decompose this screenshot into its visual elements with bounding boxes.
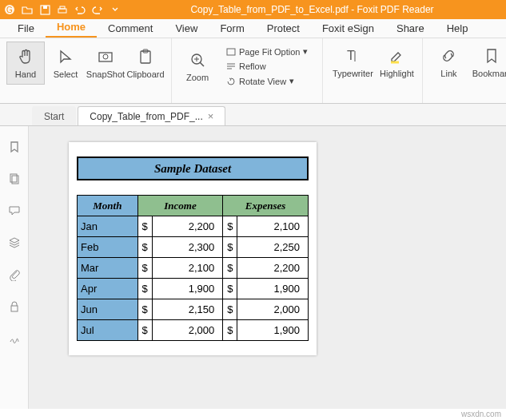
cell-income: 2,200 (152, 216, 223, 237)
menu-share[interactable]: Share (385, 19, 436, 38)
signature-panel-icon[interactable] (8, 332, 21, 345)
view-options: Page Fit Option ▾ Reflow Rotate View ▾ (218, 42, 316, 91)
cell-currency: $ (137, 279, 152, 299)
cell-expenses: 1,900 (237, 279, 309, 299)
svg-rect-14 (227, 49, 235, 55)
menu-file[interactable]: File (6, 19, 46, 38)
comments-panel-icon[interactable] (8, 204, 21, 217)
cell-month: Jan (78, 216, 138, 237)
svg-point-7 (103, 54, 108, 59)
cell-month: Mar (78, 258, 138, 279)
cell-currency: $ (223, 258, 237, 279)
zoom-label: Zoom (186, 73, 209, 82)
page-fit-icon (226, 48, 236, 56)
cell-currency: $ (223, 279, 237, 299)
select-icon (56, 47, 75, 66)
ribbon-group-tools: Hand Select SnapShot Clipboard (0, 38, 172, 103)
cell-currency: $ (137, 258, 152, 279)
menubar: File Home Comment View Form Protect Foxi… (0, 19, 506, 38)
zoom-button[interactable]: Zoom (178, 42, 217, 91)
workspace: Sample Dataset Month Income Expenses Jan… (0, 126, 506, 409)
print-icon[interactable] (56, 3, 69, 16)
undo-icon[interactable] (74, 3, 86, 16)
menu-view[interactable]: View (164, 19, 209, 38)
bookmark-button[interactable]: Bookmark (469, 42, 506, 83)
tab-start[interactable]: Start (32, 106, 76, 125)
col-expenses: Expenses (223, 196, 309, 216)
dataset-table: Month Income Expenses Jan$2,200$2,100Feb… (77, 195, 309, 341)
quick-access-toolbar: G (0, 3, 125, 16)
cell-income: 2,100 (152, 258, 223, 279)
link-button[interactable]: Link (429, 42, 468, 83)
clipboard-icon (136, 47, 155, 66)
select-label: Select (54, 69, 78, 79)
highlight-icon (387, 46, 406, 65)
layers-panel-icon[interactable] (8, 236, 21, 249)
rotate-icon (226, 77, 236, 85)
table-row: Jun$2,150$2,000 (78, 299, 309, 320)
col-income: Income (137, 196, 223, 216)
clipboard-label: Clipboard (126, 69, 164, 79)
cell-currency: $ (223, 237, 237, 258)
qat-dropdown-icon[interactable] (109, 3, 122, 16)
cell-month: Feb (78, 237, 138, 258)
save-icon[interactable] (38, 3, 51, 16)
table-header-row: Month Income Expenses (78, 196, 309, 216)
close-icon[interactable]: × (208, 110, 214, 122)
menu-form[interactable]: Form (209, 19, 255, 38)
clipboard-button[interactable]: Clipboard (126, 42, 165, 85)
col-month: Month (78, 196, 138, 216)
cell-expenses: 2,000 (237, 299, 309, 320)
redo-icon[interactable] (91, 3, 104, 16)
side-toolbar (0, 126, 29, 409)
page-area[interactable]: Sample Dataset Month Income Expenses Jan… (29, 126, 506, 409)
menu-help[interactable]: Help (436, 19, 480, 38)
snapshot-button[interactable]: SnapShot (86, 42, 125, 85)
cell-income: 2,000 (152, 320, 223, 341)
table-row: Jan$2,200$2,100 (78, 216, 309, 237)
hand-icon (16, 47, 35, 66)
reflow-option[interactable]: Reflow (223, 60, 311, 73)
menu-home[interactable]: Home (46, 18, 97, 38)
cell-income: 2,300 (152, 237, 223, 258)
cell-income: 1,900 (152, 279, 223, 299)
svg-text:T: T (347, 49, 355, 62)
highlight-button[interactable]: Highlight (377, 42, 416, 83)
open-icon[interactable] (21, 3, 34, 16)
tab-document[interactable]: Copy_Table_from_PDF_...× (78, 106, 225, 125)
cell-month: Jun (78, 299, 138, 320)
dataset-title: Sample Dataset (77, 157, 309, 180)
svg-rect-3 (43, 6, 47, 9)
menu-comment[interactable]: Comment (97, 19, 164, 38)
security-panel-icon[interactable] (8, 300, 21, 313)
page-fit-option[interactable]: Page Fit Option ▾ (223, 45, 311, 58)
select-tool-button[interactable]: Select (46, 42, 85, 85)
cell-currency: $ (223, 320, 237, 341)
rotate-view-option[interactable]: Rotate View ▾ (223, 74, 311, 88)
hand-label: Hand (15, 69, 36, 79)
cell-expenses: 2,100 (237, 216, 309, 237)
pages-panel-icon[interactable] (8, 172, 21, 185)
cell-month: Jul (78, 320, 138, 341)
cell-income: 2,150 (152, 299, 223, 320)
typewriter-button[interactable]: T Typewriter (329, 42, 376, 83)
highlight-label: Highlight (380, 69, 414, 78)
hand-tool-button[interactable]: Hand (6, 42, 45, 85)
svg-rect-20 (11, 306, 18, 311)
cell-expenses: 2,250 (237, 237, 309, 258)
bookmark-panel-icon[interactable] (8, 141, 21, 153)
typewriter-label: Typewriter (333, 69, 373, 78)
titlebar: G Copy_Table_from_PDF_to_Excel.pdf - Fox… (0, 0, 506, 19)
svg-rect-5 (60, 6, 65, 9)
ribbon-group-comment: T Typewriter Highlight (323, 38, 423, 103)
table-row: Jul$2,000$1,900 (78, 320, 309, 341)
cell-expenses: 2,200 (237, 258, 309, 279)
app-logo-icon: G (3, 3, 16, 16)
menu-protect[interactable]: Protect (256, 19, 311, 38)
cell-currency: $ (137, 237, 152, 258)
menu-foxit-esign[interactable]: Foxit eSign (311, 19, 385, 38)
cell-expenses: 1,900 (237, 320, 309, 341)
attachments-panel-icon[interactable] (8, 268, 21, 281)
ribbon-group-view: Zoom Page Fit Option ▾ Reflow Rotate Vie… (172, 38, 323, 103)
ribbon: Hand Select SnapShot Clipboard Zoom Pa (0, 38, 506, 104)
